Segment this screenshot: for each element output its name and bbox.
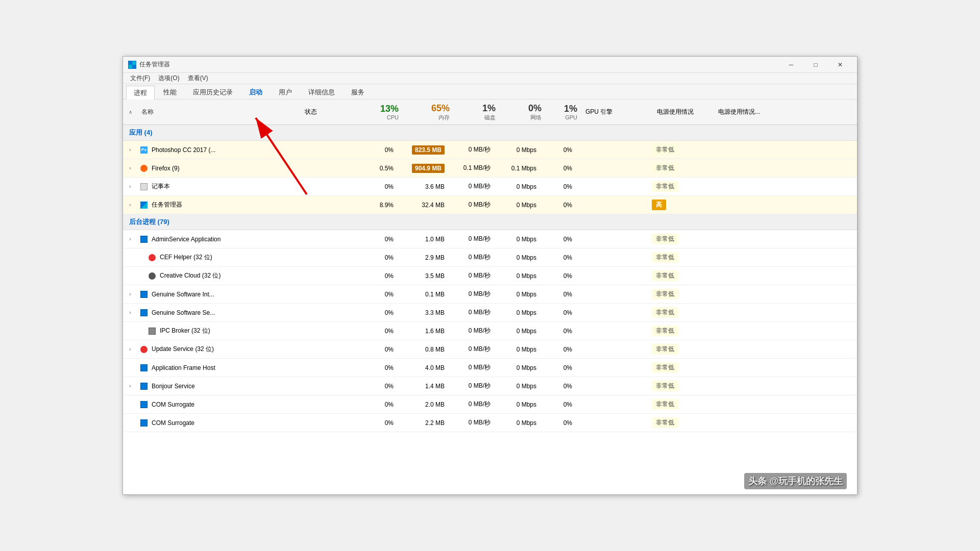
task-manager-window: 任务管理器 ─ □ ✕ 文件(F) 选项(O) 查看(V) 进程 性能 应用历史… xyxy=(122,56,857,495)
blue-icon xyxy=(139,418,149,428)
svg-rect-3 xyxy=(132,65,136,68)
minimize-button[interactable]: ─ xyxy=(779,57,803,73)
table-row[interactable]: › COM Surrogate 0% 2.0 MB 0 MB/秒 0 Mbps … xyxy=(123,395,857,414)
row-net: 0 Mbps xyxy=(495,252,541,263)
expand-icon[interactable]: › xyxy=(123,165,137,171)
table-row[interactable]: › 记事本 0% 3.6 MB 0 MB/秒 0 Mbps 0% 非常低 xyxy=(123,178,857,196)
tab-users[interactable]: 用户 xyxy=(271,85,300,99)
window-controls: ─ □ ✕ xyxy=(779,57,852,73)
col-header-name[interactable]: 名称 xyxy=(137,106,301,118)
table-row[interactable]: › CEF Helper (32 位) 0% 2.9 MB 0 MB/秒 0 M… xyxy=(123,248,857,267)
row-gpu-engine xyxy=(576,256,648,260)
row-name-cell: COM Surrogate xyxy=(137,416,296,430)
maximize-button[interactable]: □ xyxy=(804,57,827,73)
row-gpu-engine xyxy=(576,185,648,189)
col-header-cpu[interactable]: 13% CPU xyxy=(362,102,403,122)
col-header-power[interactable]: 电源使用情况 xyxy=(653,106,714,118)
row-disk: 0 MB/秒 xyxy=(449,324,495,337)
table-row[interactable]: › Genuine Software Se... 0% 3.3 MB 0 MB/… xyxy=(123,304,857,322)
expand-icon[interactable]: › xyxy=(123,346,137,352)
row-net: 0 Mbps xyxy=(495,289,541,300)
row-net: 0 Mbps xyxy=(495,199,541,211)
row-status xyxy=(296,311,357,315)
expand-icon[interactable]: › xyxy=(123,147,137,153)
row-mem: 4.0 MB xyxy=(398,362,449,373)
row-power: 非常低 xyxy=(648,379,709,393)
col-header-gpu[interactable]: 1% GPU xyxy=(546,102,581,122)
row-gpu-engine xyxy=(576,274,648,278)
row-gpu-engine xyxy=(576,329,648,333)
row-name-cell: Creative Cloud (32 位) xyxy=(137,269,296,283)
row-net: 0 Mbps xyxy=(495,399,541,410)
row-gpu: 0% xyxy=(541,181,576,192)
col-header-mem[interactable]: 65% 内存 xyxy=(403,101,454,123)
table-row[interactable]: › Creative Cloud (32 位) 0% 3.5 MB 0 MB/秒… xyxy=(123,267,857,285)
col-header-gpu-engine[interactable]: GPU 引擎 xyxy=(581,106,653,118)
row-status xyxy=(296,329,357,333)
table-row[interactable]: › Genuine Software Int... 0% 0.1 MB 0 MB… xyxy=(123,285,857,304)
menu-view[interactable]: 查看(V) xyxy=(184,73,212,84)
row-mem: 3.5 MB xyxy=(398,270,449,282)
row-mem: 3.6 MB xyxy=(398,181,449,192)
row-name-cell: Application Frame Host xyxy=(137,361,296,374)
row-mem: 3.3 MB xyxy=(398,307,449,318)
row-cpu: 0% xyxy=(357,252,398,263)
menu-options[interactable]: 选项(O) xyxy=(154,73,183,84)
row-net: 0.1 Mbps xyxy=(495,163,541,174)
row-cpu: 0% xyxy=(357,234,398,245)
tab-details[interactable]: 详细信息 xyxy=(301,85,342,99)
row-disk: 0 MB/秒 xyxy=(449,306,495,319)
row-name-cell: AdminService Application xyxy=(137,233,296,246)
table-row[interactable]: › Firefox (9) 0.5% 904.9 MB 0.1 MB/秒 0.1… xyxy=(123,159,857,178)
expand-icon[interactable]: › xyxy=(123,291,137,297)
table-row[interactable]: › Ps Photoshop CC 2017 (... 0% 823.5 MB … xyxy=(123,141,857,159)
col-header-net[interactable]: 0% 网络 xyxy=(500,101,546,123)
table-row[interactable]: › COM Surrogate 0% 2.2 MB 0 MB/秒 0 Mbps … xyxy=(123,414,857,432)
expand-icon[interactable]: › xyxy=(123,184,137,189)
sort-chevron[interactable]: ∧ xyxy=(123,105,137,119)
row-disk: 0 MB/秒 xyxy=(449,288,495,300)
table-row[interactable]: › IPC Broker (32 位) 0% 1.6 MB 0 MB/秒 0 M… xyxy=(123,322,857,340)
content-area: ∧ 名称 状态 13% CPU 65% 内存 1% xyxy=(123,99,857,494)
row-net: 0 Mbps xyxy=(495,307,541,318)
close-button[interactable]: ✕ xyxy=(828,57,852,73)
table-row[interactable]: › Update Service (32 位) 0% 0.8 MB 0 MB/秒… xyxy=(123,340,857,359)
row-power: 非常低 xyxy=(648,305,709,320)
col-header-power-trend[interactable]: 电源使用情况... xyxy=(714,106,775,118)
menu-file[interactable]: 文件(F) xyxy=(126,73,154,84)
row-status xyxy=(296,292,357,296)
row-disk: 0.1 MB/秒 xyxy=(449,162,495,174)
row-power-trend xyxy=(709,311,770,315)
expand-icon[interactable]: › xyxy=(123,202,137,208)
row-cpu: 0% xyxy=(357,362,398,373)
table-row[interactable]: › 任务管理器 8.9% 32.4 MB 0 MB/秒 0 Mbps 0% 高 xyxy=(123,196,857,214)
row-name-cell: Firefox (9) xyxy=(137,162,296,175)
table-row[interactable]: › Application Frame Host 0% 4.0 MB 0 MB/… xyxy=(123,359,857,377)
tab-performance[interactable]: 性能 xyxy=(156,85,184,99)
row-power-trend xyxy=(709,237,770,241)
row-power-trend xyxy=(709,421,770,425)
row-cpu: 0% xyxy=(357,399,398,410)
col-header-status[interactable]: 状态 xyxy=(301,106,362,118)
tab-services[interactable]: 服务 xyxy=(344,85,372,99)
col-header-disk[interactable]: 1% 磁盘 xyxy=(454,101,500,123)
row-name-cell: 记事本 xyxy=(137,180,296,193)
row-net: 0 Mbps xyxy=(495,325,541,337)
row-gpu: 0% xyxy=(541,199,576,211)
tab-processes[interactable]: 进程 xyxy=(126,86,155,99)
table-header: ∧ 名称 状态 13% CPU 65% 内存 1% xyxy=(123,99,857,125)
tab-app-history[interactable]: 应用历史记录 xyxy=(185,85,240,99)
row-disk: 0 MB/秒 xyxy=(449,233,495,245)
row-cpu: 0% xyxy=(357,307,398,318)
expand-icon[interactable]: › xyxy=(123,236,137,242)
expand-icon[interactable]: › xyxy=(123,383,137,389)
tab-startup[interactable]: 启动 xyxy=(241,85,270,99)
table-row[interactable]: › Bonjour Service 0% 1.4 MB 0 MB/秒 0 Mbp… xyxy=(123,377,857,395)
expand-icon[interactable]: › xyxy=(123,310,137,315)
row-gpu-engine xyxy=(576,292,648,296)
row-power: 非常低 xyxy=(648,287,709,302)
row-cpu: 0% xyxy=(357,344,398,355)
row-power-trend xyxy=(709,366,770,370)
row-power: 非常低 xyxy=(648,161,709,176)
table-row[interactable]: › AdminService Application 0% 1.0 MB 0 M… xyxy=(123,230,857,248)
